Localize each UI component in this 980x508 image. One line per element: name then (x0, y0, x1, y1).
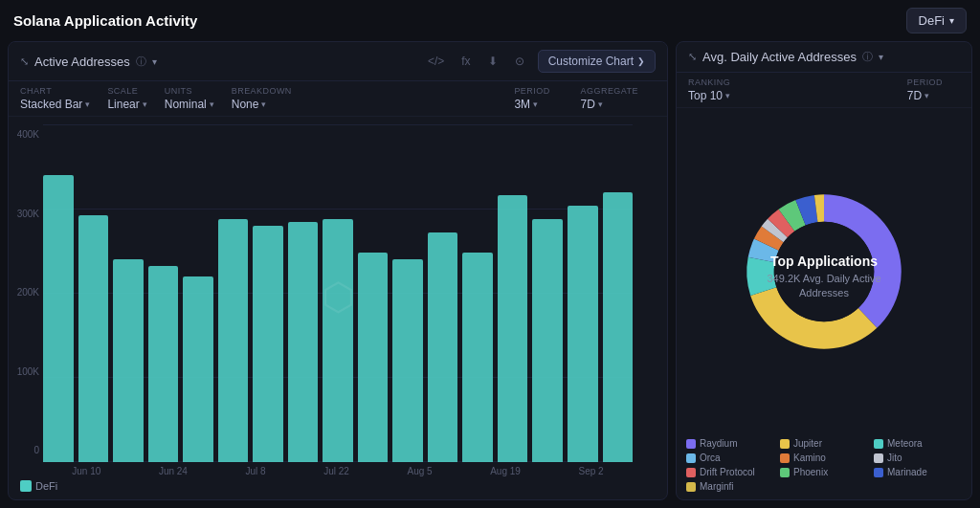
bars-container (43, 124, 633, 462)
bar-chart-area (43, 124, 633, 462)
bar[interactable] (428, 232, 458, 462)
right-period-label: PERIOD (907, 77, 943, 87)
period-caret: ▾ (533, 99, 538, 109)
defi-filter-button[interactable]: DeFi (906, 8, 967, 33)
bar[interactable] (323, 219, 353, 462)
chart-icon: ⤡ (20, 55, 29, 68)
right-legend-item: Jito (874, 453, 962, 463)
right-legend-label: Jito (887, 453, 902, 463)
bar[interactable] (568, 206, 598, 462)
donut-center: Top Applications 349.2K Avg. Daily Activ… (767, 254, 880, 301)
bar[interactable] (462, 253, 493, 462)
x-axis: Jun 10Jun 24Jul 8Jul 22Aug 5Aug 19Sep 2 (43, 462, 633, 476)
right-legend-item: Kamino (780, 453, 868, 463)
aggregate-value[interactable]: 7D ▾ (581, 98, 638, 111)
period-value[interactable]: 3M ▾ (514, 98, 549, 111)
right-legend-dot (874, 468, 883, 477)
units-label: UNITS (165, 86, 214, 96)
donut-title: Top Applications (767, 254, 880, 269)
right-legend-label: Kamino (793, 453, 826, 463)
code-button[interactable]: </> (424, 53, 448, 70)
x-axis-label: Jun 24 (159, 466, 188, 476)
bar[interactable] (253, 226, 283, 462)
bar[interactable] (532, 219, 563, 462)
chart-label: CHART (20, 86, 90, 96)
right-legend-item: Drift Protocol (686, 467, 774, 477)
legend-label: DeFi (35, 480, 57, 492)
right-panel-header: ⤡ Avg. Daily Active Addresses ⓘ ▾ (677, 42, 971, 73)
download-button[interactable]: ⬇ (484, 53, 501, 70)
right-legend-dot (686, 468, 696, 477)
aggregate-caret: ▾ (598, 99, 603, 109)
breakdown-value[interactable]: None ▾ (232, 98, 292, 111)
left-panel-title: ⤡ Active Addresses ⓘ ▾ (20, 55, 157, 69)
right-legend-item: Phoenix (780, 467, 868, 477)
scale-value[interactable]: Linear ▾ (107, 98, 146, 111)
scale-caret: ▾ (143, 99, 147, 109)
ranking-value[interactable]: Top 10 ▾ (688, 89, 730, 102)
left-panel-header: ⤡ Active Addresses ⓘ ▾ </> fx ⬇ ⊙ Custom… (9, 42, 667, 81)
chart-caret: ▾ (85, 99, 90, 109)
units-value[interactable]: Nominal ▾ (165, 98, 214, 111)
right-legend-item: Raydium (686, 438, 774, 449)
y-axis-label: 200K (17, 287, 39, 298)
right-legend-label: Raydium (700, 438, 737, 449)
bar[interactable] (392, 259, 423, 462)
bar[interactable] (358, 253, 389, 462)
chevron-down-icon[interactable]: ▾ (152, 56, 157, 67)
r-axis (633, 124, 663, 476)
right-legend-dot (686, 439, 696, 449)
info-icon[interactable]: ⓘ (136, 55, 146, 69)
bar[interactable] (498, 195, 528, 462)
right-legend-item: Jupiter (780, 438, 868, 449)
right-legend-label: Orca (700, 453, 721, 463)
right-legend-dot (686, 453, 696, 463)
right-legend: RaydiumJupiterMeteoraOrcaKaminoJitoDrift… (677, 434, 971, 499)
right-legend-dot (874, 439, 883, 449)
right-legend-dot (686, 482, 696, 492)
bar[interactable] (148, 266, 179, 462)
camera-button[interactable]: ⊙ (511, 53, 528, 70)
units-control: UNITS Nominal ▾ (165, 86, 214, 111)
scale-control: SCALE Linear ▾ (107, 86, 146, 111)
breakdown-caret: ▾ (261, 99, 266, 109)
aggregate-control: AGGREGATE 7D ▾ (581, 86, 638, 111)
right-legend-label: Marginfi (700, 481, 734, 492)
legend-swatch (20, 480, 32, 492)
bar[interactable] (218, 219, 249, 462)
bar[interactable] (43, 175, 74, 462)
right-legend-item: Orca (686, 453, 774, 463)
period-control: PERIOD 3M ▾ (514, 86, 549, 111)
right-panel: ⤡ Avg. Daily Active Addresses ⓘ ▾ RANKIN… (676, 41, 972, 500)
bar[interactable] (603, 192, 634, 462)
top-bar: Solana Application Activity DeFi (0, 0, 980, 41)
bar[interactable] (78, 215, 109, 462)
right-period-value[interactable]: 7D ▾ (907, 89, 943, 102)
right-controls: RANKING Top 10 ▾ PERIOD 7D ▾ (677, 73, 971, 108)
right-info-icon[interactable]: ⓘ (862, 50, 873, 64)
left-panel-title-text: Active Addresses (34, 55, 130, 69)
y-axis-label: 300K (17, 209, 39, 219)
bar[interactable] (288, 222, 319, 462)
bar[interactable] (183, 276, 213, 462)
chart-value[interactable]: Stacked Bar ▾ (20, 98, 90, 111)
x-axis-label: Aug 19 (490, 466, 521, 476)
main-content: ⤡ Active Addresses ⓘ ▾ </> fx ⬇ ⊙ Custom… (0, 41, 980, 508)
right-legend-dot (780, 453, 790, 463)
breakdown-control: BREAKDOWN None ▾ (232, 86, 292, 111)
app-title: Solana Application Activity (13, 12, 197, 29)
chart-control: CHART Stacked Bar ▾ (20, 86, 90, 111)
customize-chart-button[interactable]: Customize Chart (538, 50, 656, 73)
donut-container: Top Applications 349.2K Avg. Daily Activ… (677, 108, 971, 434)
aggregate-label: AGGREGATE (581, 86, 638, 96)
bar[interactable] (113, 259, 144, 462)
formula-button[interactable]: fx (457, 53, 474, 70)
right-legend-item: Marinade (874, 467, 962, 477)
period-label: PERIOD (514, 86, 549, 96)
y-axis: 0100K200K300K400K (12, 124, 43, 476)
right-chevron-down-icon[interactable]: ▾ (879, 52, 883, 62)
ranking-label: RANKING (688, 77, 730, 87)
right-legend-dot (780, 439, 790, 449)
breakdown-label: BREAKDOWN (232, 86, 292, 96)
right-legend-dot (874, 453, 883, 463)
